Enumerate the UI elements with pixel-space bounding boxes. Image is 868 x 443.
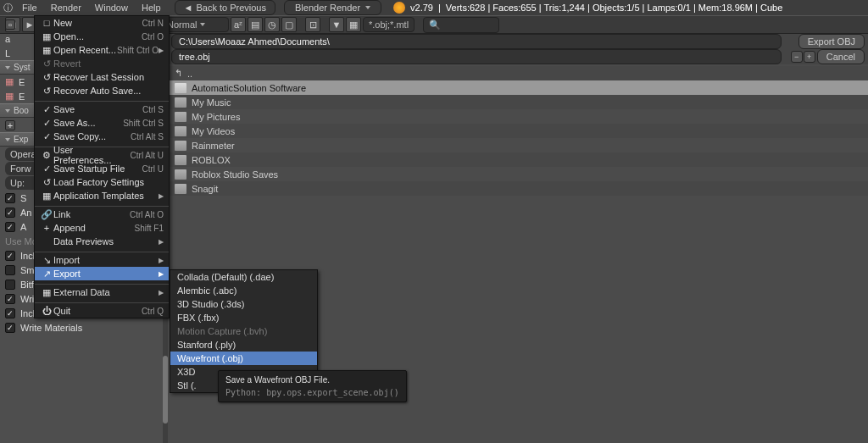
back-icon: ◄ (184, 3, 193, 13)
tooltip-title: Save a Wavefront OBJ File. (225, 375, 399, 388)
checkbox[interactable]: ✓ (5, 323, 15, 333)
file-menu-item[interactable]: ✓SaveCtrl S (35, 102, 169, 116)
checkbox[interactable]: ✓ (5, 308, 15, 318)
sort-time-button[interactable]: ◷ (264, 17, 280, 32)
export-menu-item[interactable]: Stanford (.ply) (170, 338, 317, 352)
render-engine-dropdown[interactable]: Blender Render (284, 0, 381, 15)
folder-row[interactable]: My Music (170, 95, 868, 109)
directory-path-input[interactable]: C:\Users\Moaaz Ahmed\Documents\ (171, 34, 782, 49)
file-menu-item[interactable]: ▦Open Recent...Shift Ctrl O▶ (35, 43, 169, 57)
status-bar: v2.79 | Verts:628 | Faces:655 | Tris:1,2… (393, 2, 782, 14)
filter-button[interactable]: ▼ (329, 17, 344, 32)
info-icon[interactable]: ⓘ (0, 0, 15, 15)
export-menu-item[interactable]: Motion Capture (.bvh) (170, 324, 317, 338)
folder-row[interactable]: AutomaticSolution Software (170, 80, 868, 95)
file-menu-item[interactable]: ⏻QuitCtrl Q (35, 304, 169, 318)
folder-icon (175, 155, 186, 165)
back-to-previous-button[interactable]: ◄ Back to Previous (175, 0, 275, 15)
file-menu-item[interactable]: ↘Import▶ (35, 253, 169, 267)
file-menu-item[interactable]: □NewCtrl N (35, 16, 169, 30)
file-menu-item[interactable]: ↗Export▶ (35, 267, 169, 280)
renderer-label: Blender Render (295, 3, 360, 13)
add-bookmark-button[interactable]: + (5, 120, 15, 130)
file-menu-item[interactable]: ↺Load Factory Settings (35, 175, 169, 189)
folder-row[interactable]: ↰.. (170, 66, 868, 80)
file-menu-item[interactable]: ⚙User Preferences...Ctrl Alt U (35, 148, 169, 162)
up-icon: ↰ (175, 68, 182, 79)
file-menu-item[interactable]: ✓Save As...Shift Ctrl S (35, 116, 169, 130)
tooltip-python: Python: bpy.ops.export_scene.obj() (225, 388, 399, 397)
folder-icon (175, 184, 186, 194)
folder-icon (175, 141, 186, 151)
file-menu-item[interactable]: 🔗LinkCtrl Alt O (35, 208, 169, 221)
chevron-down-icon (200, 23, 205, 26)
file-menu-item[interactable]: ↺Revert (35, 57, 169, 70)
file-menu-item[interactable]: Data Previews▶ (35, 235, 169, 248)
show-hidden-button[interactable]: ⊡ (305, 17, 320, 32)
folder-icon (175, 112, 186, 122)
folder-icon (175, 169, 186, 180)
drive-icon: ▫ (5, 19, 15, 30)
display-mode-label: Normal (167, 19, 197, 30)
sort-size-button[interactable]: ▢ (281, 17, 297, 32)
sort-alpha-button[interactable]: aᶻ (231, 17, 246, 32)
file-menu-item[interactable]: ✓Save Copy...Ctrl Alt S (35, 130, 169, 143)
checkbox[interactable]: ✓ (5, 251, 15, 261)
back-label: Back to Previous (196, 3, 266, 13)
tooltip: Save a Wavefront OBJ File. Python: bpy.o… (218, 370, 407, 402)
checkbox[interactable]: ✓ (5, 294, 15, 304)
version-label: v2.79 (410, 3, 433, 13)
folder-row[interactable]: Rainmeter (170, 138, 868, 152)
display-mode-dropdown[interactable]: Normal (161, 17, 229, 32)
folder-row[interactable]: My Videos (170, 124, 868, 138)
folder-icon (175, 97, 186, 108)
checkbox[interactable]: ✓ (5, 193, 15, 203)
file-menu-item[interactable]: ↺Recover Auto Save... (35, 84, 169, 97)
menu-render[interactable]: Render (44, 0, 88, 15)
filter-text: *.obj;*.mtl (369, 19, 409, 30)
checkbox[interactable]: ✓ (5, 222, 15, 232)
export-menu-item[interactable]: Alembic (.abc) (170, 284, 317, 297)
stats-label: Verts:628 | Faces:655 | Tris:1,244 | Obj… (446, 3, 782, 13)
blender-icon (393, 2, 405, 14)
file-menu-item[interactable]: ▦Open...Ctrl O (35, 30, 169, 43)
folder-row[interactable]: Snagit (170, 181, 868, 196)
file-menu-item[interactable]: ▦Application Templates▶ (35, 189, 169, 202)
menu-help[interactable]: Help (135, 0, 168, 15)
search-icon: 🔍 (429, 19, 441, 30)
export-obj-button[interactable]: Export OBJ (798, 34, 865, 49)
top-menu-bar: ⓘ File Render Window Help ◄ Back to Prev… (0, 0, 868, 15)
scrollbar-thumb[interactable] (163, 356, 168, 424)
file-menu-item[interactable]: ↺Recover Last Session (35, 70, 169, 84)
increment-button[interactable]: + (804, 51, 815, 63)
checkbox[interactable] (5, 280, 15, 290)
file-menu-item[interactable]: +AppendShift F1 (35, 221, 169, 235)
file-menu-item[interactable]: ✓Save Startup FileCtrl U (35, 162, 169, 175)
folder-row[interactable]: My Pictures (170, 109, 868, 124)
checkbox[interactable] (5, 265, 15, 275)
folder-row[interactable]: ROBLOX (170, 152, 868, 167)
file-menu-item[interactable]: ▦External Data▶ (35, 285, 169, 299)
export-menu-item[interactable]: 3D Studio (.3ds) (170, 297, 317, 311)
sort-ext-button[interactable]: ▤ (248, 17, 263, 32)
file-filter-field[interactable]: *.obj;*.mtl (363, 17, 415, 32)
folder-icon (175, 83, 186, 93)
export-menu-item[interactable]: FBX (.fbx) (170, 311, 317, 324)
search-field[interactable]: 🔍 (423, 17, 499, 33)
export-menu-item[interactable]: Wavefront (.obj) (170, 352, 317, 365)
folder-icon (175, 126, 186, 136)
checkbox[interactable]: ✓ (5, 208, 15, 218)
export-menu-item[interactable]: Collada (Default) (.dae) (170, 270, 317, 284)
menu-window[interactable]: Window (88, 0, 135, 15)
decrement-button[interactable]: − (791, 51, 803, 63)
chevron-down-icon (365, 6, 370, 9)
folder-row[interactable]: Roblox Studio Saves (170, 167, 868, 181)
export-option-row: ✓Write Materials (0, 320, 168, 335)
file-menu-dropdown: □NewCtrl N▦Open...Ctrl O▦Open Recent...S… (34, 15, 170, 318)
filename-input[interactable]: tree.obj (171, 49, 782, 64)
cancel-button[interactable]: Cancel (817, 49, 865, 64)
menu-file[interactable]: File (15, 0, 44, 15)
filter-folder-button[interactable]: ▦ (346, 17, 361, 32)
